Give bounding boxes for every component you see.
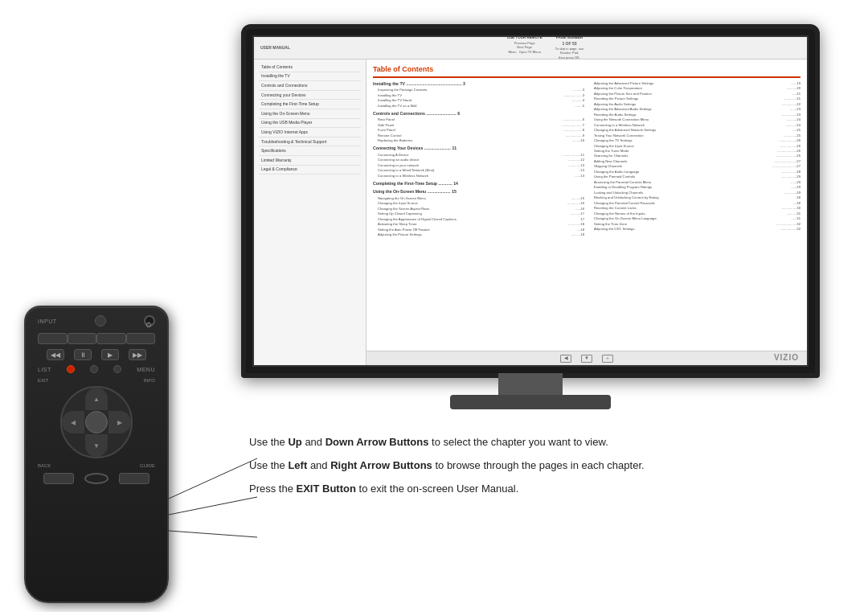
manual-header: USER MANUAL USE YOUR REMOTE Previous Pag… — [254, 37, 807, 60]
manual-header-left: USER MANUAL — [260, 45, 290, 51]
svg-line-3 — [169, 497, 257, 515]
sidebar-item-usb[interactable]: Using the USB Media Player — [259, 119, 361, 129]
remote-center-oval[interactable] — [84, 473, 108, 484]
sidebar-item-firsttime[interactable]: Completing the First-Time Setup — [259, 100, 361, 109]
dpad-up-btn[interactable]: ▲ — [85, 388, 108, 410]
remote-rewind-btn[interactable]: ◀◀ — [47, 349, 64, 360]
tv-stand-neck — [498, 373, 563, 397]
dpad-down-btn[interactable]: ▼ — [85, 434, 108, 457]
nav-prev-icon[interactable]: ◀ — [560, 355, 571, 363]
dpad-center-btn[interactable] — [85, 411, 108, 433]
remote-power-btn[interactable] — [144, 315, 155, 327]
instruction-line-3: Press the EXIT Button to exit the on-scr… — [249, 481, 852, 498]
tv-screen: HDTV WITH VIZIO INTERNET APPS® USER MANU… — [252, 35, 809, 367]
remote-bottom-btn-2[interactable] — [119, 473, 149, 484]
remote-btn-4[interactable] — [126, 333, 156, 344]
sidebar-item-specs[interactable]: Specifications — [259, 146, 361, 156]
remote-list-menu-row: LIST MENU — [38, 365, 155, 373]
dpad: ▲ ▼ ◀ ▶ — [60, 386, 133, 458]
remote-transport-row: ◀◀ ⏸ ▶ ▶▶ — [38, 349, 155, 360]
remote-circle-btn[interactable] — [95, 315, 106, 327]
toc-left-col: Installing the TV ......................… — [373, 81, 584, 240]
remote-bottom-row — [38, 473, 155, 484]
remote-dot-gray2[interactable] — [113, 365, 121, 373]
sidebar-item-onscreen[interactable]: Using the On-Screen Menu — [259, 109, 361, 119]
remote-dot-red[interactable] — [67, 365, 75, 373]
svg-line-4 — [169, 531, 257, 537]
remote-ffwd-btn[interactable]: ▶▶ — [129, 349, 146, 360]
menu-label: MENU — [137, 367, 155, 372]
vizio-logo: VIZIO — [774, 353, 799, 362]
remote-dot-gray1[interactable] — [90, 365, 98, 373]
remote-play-btn[interactable]: ▶ — [101, 349, 119, 360]
remote-btn-1[interactable] — [38, 333, 68, 344]
instruction-line-1: Use the Up and Down Arrow Buttons to sel… — [249, 434, 852, 451]
list-label: LIST — [38, 367, 51, 372]
remote-back-guide-row: BACK GUIDE — [38, 463, 155, 468]
remote-btn-3[interactable] — [96, 333, 126, 344]
remote-control: INPUT ◀◀ ⏸ ▶ ▶▶ LIST MENU EXIT INFO — [24, 306, 169, 603]
exit-label: EXIT — [38, 378, 48, 383]
svg-line-2 — [169, 458, 257, 499]
manual-bottom-nav: ◀ ▼ + — [366, 351, 807, 365]
input-label: INPUT — [38, 318, 57, 324]
toc-title: Table of Contents — [373, 64, 800, 78]
remote-pause-btn[interactable]: ⏸ — [74, 349, 92, 360]
sidebar-item-warranty[interactable]: Limited Warranty — [259, 156, 361, 166]
sidebar-item-installing[interactable]: Installing the TV — [259, 72, 361, 82]
dpad-left-btn[interactable]: ◀ — [62, 411, 84, 433]
instructions-block: Use the Up and Down Arrow Buttons to sel… — [249, 434, 852, 503]
sidebar-item-vizio[interactable]: Using VIZIO Internet Apps — [259, 128, 361, 138]
back-label: BACK — [38, 463, 51, 468]
sidebar-item-toc[interactable]: Table of Contents — [259, 63, 361, 72]
tv-stand-base — [450, 395, 611, 409]
manual-sidebar: Table of Contents Installing the TV Cont… — [254, 60, 366, 365]
remote-bottom-btn-1[interactable] — [43, 473, 74, 484]
manual-main: Table of Contents Installing the TV ....… — [366, 60, 807, 365]
sidebar-item-connecting[interactable]: Connecting your Devices — [259, 91, 361, 101]
sidebar-item-controls[interactable]: Controls and Connections — [259, 81, 361, 91]
remote-top-buttons-row — [38, 333, 155, 344]
remote-btn-2[interactable] — [68, 333, 97, 344]
remote-exit-info-row: EXIT INFO — [38, 378, 155, 383]
info-label: INFO — [144, 378, 155, 383]
tv-body: HDTV WITH VIZIO INTERNET APPS® USER MANU… — [241, 24, 820, 378]
instruction-line-2: Use the Left and Right Arrow Buttons to … — [249, 458, 852, 474]
dpad-right-btn[interactable]: ▶ — [108, 411, 131, 433]
sidebar-item-legal[interactable]: Legal & Compliance — [259, 166, 361, 175]
toc-right-col: Adjusting the Advanced Picture Settings.… — [589, 81, 800, 240]
nav-add-icon[interactable]: + — [602, 355, 613, 363]
tv-display: HDTV WITH VIZIO INTERNET APPS® USER MANU… — [217, 8, 828, 402]
remote-top-row: INPUT — [38, 315, 155, 327]
sidebar-item-troubleshoot[interactable]: Troubleshooting & Technical Support — [259, 138, 361, 147]
page-nav-info: USE YOUR REMOTE Previous Page Next Page … — [507, 35, 584, 60]
guide-label: GUIDE — [140, 463, 155, 468]
nav-down-icon[interactable]: ▼ — [581, 355, 592, 363]
manual-content: USER MANUAL USE YOUR REMOTE Previous Pag… — [254, 37, 807, 365]
